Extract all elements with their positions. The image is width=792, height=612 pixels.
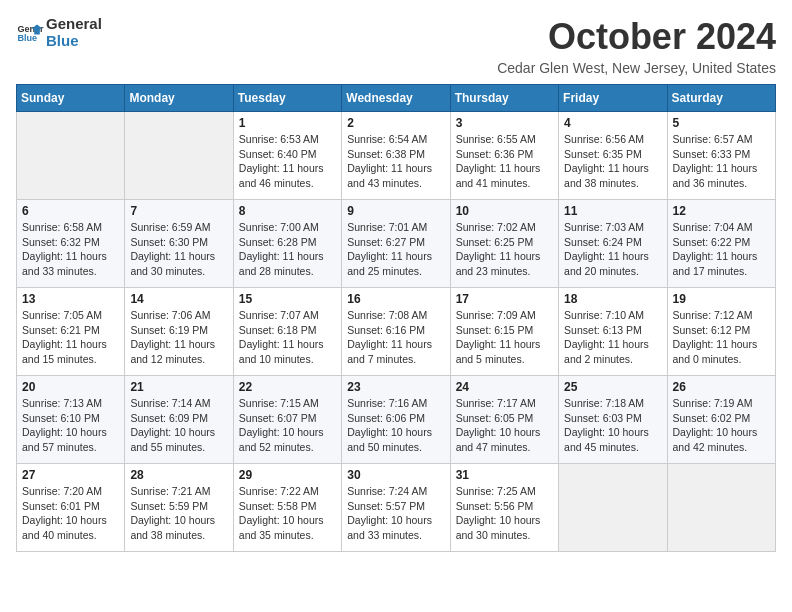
day-number: 19 bbox=[673, 292, 770, 306]
calendar-cell: 29Sunrise: 7:22 AM Sunset: 5:58 PM Dayli… bbox=[233, 464, 341, 552]
day-info: Sunrise: 7:20 AM Sunset: 6:01 PM Dayligh… bbox=[22, 484, 119, 543]
day-info: Sunrise: 7:04 AM Sunset: 6:22 PM Dayligh… bbox=[673, 220, 770, 279]
day-info: Sunrise: 7:14 AM Sunset: 6:09 PM Dayligh… bbox=[130, 396, 227, 455]
header-day-wednesday: Wednesday bbox=[342, 85, 450, 112]
day-info: Sunrise: 7:07 AM Sunset: 6:18 PM Dayligh… bbox=[239, 308, 336, 367]
logo-general: General bbox=[46, 16, 102, 33]
day-info: Sunrise: 6:53 AM Sunset: 6:40 PM Dayligh… bbox=[239, 132, 336, 191]
day-number: 3 bbox=[456, 116, 553, 130]
day-info: Sunrise: 7:02 AM Sunset: 6:25 PM Dayligh… bbox=[456, 220, 553, 279]
day-info: Sunrise: 7:18 AM Sunset: 6:03 PM Dayligh… bbox=[564, 396, 661, 455]
calendar-cell: 30Sunrise: 7:24 AM Sunset: 5:57 PM Dayli… bbox=[342, 464, 450, 552]
day-info: Sunrise: 6:56 AM Sunset: 6:35 PM Dayligh… bbox=[564, 132, 661, 191]
calendar-cell: 25Sunrise: 7:18 AM Sunset: 6:03 PM Dayli… bbox=[559, 376, 667, 464]
calendar-cell: 8Sunrise: 7:00 AM Sunset: 6:28 PM Daylig… bbox=[233, 200, 341, 288]
calendar-cell: 1Sunrise: 6:53 AM Sunset: 6:40 PM Daylig… bbox=[233, 112, 341, 200]
day-number: 6 bbox=[22, 204, 119, 218]
week-row-1: 1Sunrise: 6:53 AM Sunset: 6:40 PM Daylig… bbox=[17, 112, 776, 200]
header-day-tuesday: Tuesday bbox=[233, 85, 341, 112]
day-number: 7 bbox=[130, 204, 227, 218]
header-row: SundayMondayTuesdayWednesdayThursdayFrid… bbox=[17, 85, 776, 112]
day-info: Sunrise: 7:01 AM Sunset: 6:27 PM Dayligh… bbox=[347, 220, 444, 279]
day-number: 8 bbox=[239, 204, 336, 218]
day-info: Sunrise: 6:57 AM Sunset: 6:33 PM Dayligh… bbox=[673, 132, 770, 191]
title-block: October 2024 Cedar Glen West, New Jersey… bbox=[497, 16, 776, 76]
day-info: Sunrise: 7:15 AM Sunset: 6:07 PM Dayligh… bbox=[239, 396, 336, 455]
calendar-cell: 23Sunrise: 7:16 AM Sunset: 6:06 PM Dayli… bbox=[342, 376, 450, 464]
day-number: 25 bbox=[564, 380, 661, 394]
day-number: 23 bbox=[347, 380, 444, 394]
day-info: Sunrise: 7:24 AM Sunset: 5:57 PM Dayligh… bbox=[347, 484, 444, 543]
calendar-cell: 6Sunrise: 6:58 AM Sunset: 6:32 PM Daylig… bbox=[17, 200, 125, 288]
calendar-cell: 10Sunrise: 7:02 AM Sunset: 6:25 PM Dayli… bbox=[450, 200, 558, 288]
calendar-cell: 16Sunrise: 7:08 AM Sunset: 6:16 PM Dayli… bbox=[342, 288, 450, 376]
day-number: 5 bbox=[673, 116, 770, 130]
calendar-cell: 11Sunrise: 7:03 AM Sunset: 6:24 PM Dayli… bbox=[559, 200, 667, 288]
day-info: Sunrise: 6:58 AM Sunset: 6:32 PM Dayligh… bbox=[22, 220, 119, 279]
day-info: Sunrise: 7:08 AM Sunset: 6:16 PM Dayligh… bbox=[347, 308, 444, 367]
calendar-table: SundayMondayTuesdayWednesdayThursdayFrid… bbox=[16, 84, 776, 552]
day-number: 15 bbox=[239, 292, 336, 306]
calendar-cell bbox=[17, 112, 125, 200]
day-number: 21 bbox=[130, 380, 227, 394]
day-info: Sunrise: 6:59 AM Sunset: 6:30 PM Dayligh… bbox=[130, 220, 227, 279]
day-number: 26 bbox=[673, 380, 770, 394]
calendar-cell: 24Sunrise: 7:17 AM Sunset: 6:05 PM Dayli… bbox=[450, 376, 558, 464]
day-number: 13 bbox=[22, 292, 119, 306]
day-number: 22 bbox=[239, 380, 336, 394]
calendar-cell: 26Sunrise: 7:19 AM Sunset: 6:02 PM Dayli… bbox=[667, 376, 775, 464]
calendar-cell: 12Sunrise: 7:04 AM Sunset: 6:22 PM Dayli… bbox=[667, 200, 775, 288]
day-number: 20 bbox=[22, 380, 119, 394]
week-row-2: 6Sunrise: 6:58 AM Sunset: 6:32 PM Daylig… bbox=[17, 200, 776, 288]
day-info: Sunrise: 7:10 AM Sunset: 6:13 PM Dayligh… bbox=[564, 308, 661, 367]
day-info: Sunrise: 7:21 AM Sunset: 5:59 PM Dayligh… bbox=[130, 484, 227, 543]
day-info: Sunrise: 7:22 AM Sunset: 5:58 PM Dayligh… bbox=[239, 484, 336, 543]
day-number: 31 bbox=[456, 468, 553, 482]
page-header: General Blue General Blue October 2024 C… bbox=[16, 16, 776, 76]
day-number: 9 bbox=[347, 204, 444, 218]
day-info: Sunrise: 7:19 AM Sunset: 6:02 PM Dayligh… bbox=[673, 396, 770, 455]
calendar-cell: 19Sunrise: 7:12 AM Sunset: 6:12 PM Dayli… bbox=[667, 288, 775, 376]
calendar-cell: 20Sunrise: 7:13 AM Sunset: 6:10 PM Dayli… bbox=[17, 376, 125, 464]
day-number: 2 bbox=[347, 116, 444, 130]
calendar-cell: 22Sunrise: 7:15 AM Sunset: 6:07 PM Dayli… bbox=[233, 376, 341, 464]
day-number: 11 bbox=[564, 204, 661, 218]
calendar-cell: 13Sunrise: 7:05 AM Sunset: 6:21 PM Dayli… bbox=[17, 288, 125, 376]
day-number: 17 bbox=[456, 292, 553, 306]
calendar-cell: 27Sunrise: 7:20 AM Sunset: 6:01 PM Dayli… bbox=[17, 464, 125, 552]
week-row-4: 20Sunrise: 7:13 AM Sunset: 6:10 PM Dayli… bbox=[17, 376, 776, 464]
day-info: Sunrise: 7:12 AM Sunset: 6:12 PM Dayligh… bbox=[673, 308, 770, 367]
day-info: Sunrise: 7:09 AM Sunset: 6:15 PM Dayligh… bbox=[456, 308, 553, 367]
calendar-cell: 9Sunrise: 7:01 AM Sunset: 6:27 PM Daylig… bbox=[342, 200, 450, 288]
calendar-cell: 5Sunrise: 6:57 AM Sunset: 6:33 PM Daylig… bbox=[667, 112, 775, 200]
location-subtitle: Cedar Glen West, New Jersey, United Stat… bbox=[497, 60, 776, 76]
header-day-monday: Monday bbox=[125, 85, 233, 112]
day-info: Sunrise: 7:13 AM Sunset: 6:10 PM Dayligh… bbox=[22, 396, 119, 455]
day-info: Sunrise: 6:54 AM Sunset: 6:38 PM Dayligh… bbox=[347, 132, 444, 191]
day-info: Sunrise: 7:17 AM Sunset: 6:05 PM Dayligh… bbox=[456, 396, 553, 455]
day-number: 10 bbox=[456, 204, 553, 218]
logo-icon: General Blue bbox=[16, 19, 44, 47]
calendar-cell: 15Sunrise: 7:07 AM Sunset: 6:18 PM Dayli… bbox=[233, 288, 341, 376]
day-number: 27 bbox=[22, 468, 119, 482]
calendar-cell bbox=[667, 464, 775, 552]
svg-text:Blue: Blue bbox=[17, 33, 37, 43]
day-number: 14 bbox=[130, 292, 227, 306]
header-day-saturday: Saturday bbox=[667, 85, 775, 112]
calendar-cell: 21Sunrise: 7:14 AM Sunset: 6:09 PM Dayli… bbox=[125, 376, 233, 464]
calendar-cell: 4Sunrise: 6:56 AM Sunset: 6:35 PM Daylig… bbox=[559, 112, 667, 200]
day-number: 30 bbox=[347, 468, 444, 482]
calendar-header: SundayMondayTuesdayWednesdayThursdayFrid… bbox=[17, 85, 776, 112]
day-info: Sunrise: 7:03 AM Sunset: 6:24 PM Dayligh… bbox=[564, 220, 661, 279]
day-number: 24 bbox=[456, 380, 553, 394]
day-info: Sunrise: 7:05 AM Sunset: 6:21 PM Dayligh… bbox=[22, 308, 119, 367]
calendar-cell bbox=[559, 464, 667, 552]
calendar-cell: 31Sunrise: 7:25 AM Sunset: 5:56 PM Dayli… bbox=[450, 464, 558, 552]
day-number: 1 bbox=[239, 116, 336, 130]
calendar-cell: 2Sunrise: 6:54 AM Sunset: 6:38 PM Daylig… bbox=[342, 112, 450, 200]
month-title: October 2024 bbox=[497, 16, 776, 58]
header-day-sunday: Sunday bbox=[17, 85, 125, 112]
day-info: Sunrise: 6:55 AM Sunset: 6:36 PM Dayligh… bbox=[456, 132, 553, 191]
day-number: 28 bbox=[130, 468, 227, 482]
calendar-cell: 28Sunrise: 7:21 AM Sunset: 5:59 PM Dayli… bbox=[125, 464, 233, 552]
